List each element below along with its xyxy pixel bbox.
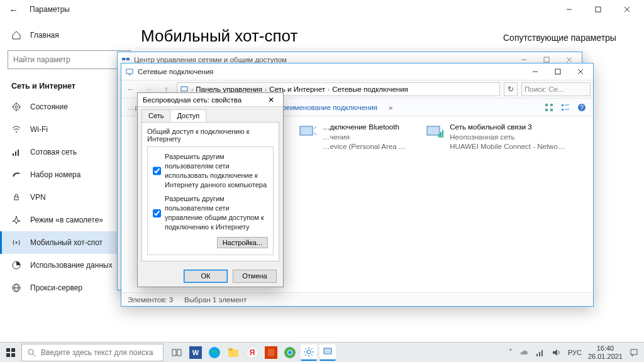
task-view-icon[interactable]: [169, 344, 185, 361]
connection-item[interactable]: Сеть мобильной связи 3 Неопознанная сеть…: [425, 123, 565, 290]
group-title: Общий доступ к подключению к Интернету: [147, 128, 274, 143]
nc-search[interactable]: Поиск: Се...: [521, 82, 591, 96]
tray-notifications-icon[interactable]: [629, 348, 639, 358]
svg-rect-26: [544, 57, 549, 62]
prop-titlebar: Беспроводная сеть: свойства ✕: [138, 93, 283, 107]
cellular-conn-icon: [425, 123, 445, 143]
svg-rect-32: [555, 69, 560, 74]
svg-rect-74: [539, 352, 540, 356]
svg-rect-16: [14, 197, 18, 200]
settings-title: Параметры: [30, 5, 70, 14]
svg-rect-42: [562, 109, 564, 111]
svg-text:W: W: [192, 349, 199, 356]
app-explorer-icon[interactable]: [225, 344, 242, 361]
svg-rect-58: [177, 349, 181, 356]
taskbar-search[interactable]: Введите здесь текст для поиска: [21, 344, 164, 361]
svg-rect-50: [442, 130, 443, 138]
connection-item[interactable]: …дключение Bluetooth …чения …evice (Pers…: [297, 123, 406, 290]
hotspot-icon: [11, 238, 21, 248]
svg-rect-39: [550, 109, 553, 111]
app-edge-icon[interactable]: [206, 344, 223, 361]
prop-page: Общий доступ к подключению к Интернету Р…: [142, 122, 279, 261]
group-box: Разрешить другим пользователям сети испо…: [147, 146, 274, 255]
svg-point-6: [13, 104, 19, 110]
minimize-button[interactable]: [555, 0, 584, 19]
app-control-panel-icon[interactable]: [319, 344, 336, 361]
svg-rect-54: [11, 353, 15, 357]
svg-rect-23: [126, 58, 130, 60]
nc-minimize[interactable]: [524, 65, 547, 79]
svg-rect-40: [562, 104, 564, 106]
close-button[interactable]: [613, 0, 641, 19]
search-input[interactable]: [8, 50, 131, 69]
cancel-button[interactable]: Отмена: [233, 270, 277, 283]
svg-rect-57: [172, 349, 176, 356]
nc-close[interactable]: [569, 65, 592, 79]
nc-title: Сетевые подключения: [138, 68, 214, 75]
checkbox-allow-control[interactable]: Разрешить другим пользователям сети упра…: [153, 194, 268, 231]
sidebar-home[interactable]: Главная: [0, 24, 138, 47]
app-word-icon[interactable]: W: [187, 344, 204, 361]
tool-rename[interactable]: Переименование подключения: [273, 104, 377, 111]
tray-chevron-icon[interactable]: ˄: [509, 348, 513, 356]
tray-network-icon[interactable]: [535, 348, 545, 358]
svg-text:?: ?: [580, 104, 584, 111]
prop-close[interactable]: ✕: [262, 96, 280, 104]
tray-volume-icon[interactable]: [552, 348, 562, 358]
svg-rect-46: [300, 126, 313, 135]
vpn-icon: [11, 192, 21, 202]
related-title: Сопутствующие параметры: [503, 33, 629, 43]
nc-maximize[interactable]: [547, 65, 569, 79]
system-tray: ˄ РУС 16:40 26.01.2021: [504, 344, 644, 359]
ok-button[interactable]: ОК: [184, 270, 228, 283]
svg-point-55: [28, 349, 33, 354]
prop-title: Беспроводная сеть: свойства: [143, 96, 242, 104]
airplane-icon: [11, 215, 21, 225]
view-details-icon[interactable]: [560, 102, 570, 112]
tab-network[interactable]: Сеть: [142, 109, 170, 122]
svg-rect-63: [228, 348, 233, 351]
tray-lang[interactable]: РУС: [568, 349, 582, 356]
svg-point-71: [307, 350, 311, 354]
help-icon[interactable]: ?: [577, 102, 587, 112]
dialup-icon: [11, 170, 21, 180]
svg-rect-47: [427, 126, 440, 135]
svg-rect-38: [545, 109, 548, 111]
nc-titlebar: Сетевые подключения: [121, 63, 593, 80]
bluetooth-icon: [297, 123, 318, 143]
datausage-icon: [11, 260, 21, 270]
svg-rect-22: [122, 58, 125, 60]
svg-rect-15: [18, 150, 19, 156]
app-yandex-icon[interactable]: Я: [244, 344, 260, 361]
search-icon: [27, 348, 36, 357]
nav-back[interactable]: ←: [124, 82, 138, 96]
maximize-button[interactable]: [584, 0, 613, 19]
checkbox-allow-share[interactable]: Разрешить другим пользователям сети испо…: [153, 152, 268, 189]
nav-refresh[interactable]: ↻: [504, 82, 518, 96]
settings-button[interactable]: Настройка...: [217, 237, 268, 248]
svg-point-70: [288, 351, 292, 354]
sidebar-home-label: Главная: [30, 31, 59, 40]
app-office-icon[interactable]: [263, 344, 279, 361]
sidebar-search[interactable]: [8, 50, 131, 69]
tab-sharing[interactable]: Доступ: [170, 109, 206, 122]
status-count: Элементов: 3: [128, 296, 173, 304]
status-icon: [11, 102, 21, 112]
tray-clock[interactable]: 16:40 26.01.2021: [588, 344, 623, 359]
start-button[interactable]: [0, 343, 21, 363]
view-icons-icon[interactable]: [544, 102, 554, 112]
properties-dialog[interactable]: Беспроводная сеть: свойства ✕ Сеть Досту…: [137, 92, 284, 287]
nc-statusbar: Элементов: 3 Выбран 1 элемент: [121, 292, 593, 306]
app-settings-icon[interactable]: [301, 344, 317, 361]
tool-overflow[interactable]: »: [389, 104, 392, 111]
tray-onedrive-icon[interactable]: [519, 348, 529, 358]
svg-rect-29: [126, 69, 133, 74]
prop-actions: ОК Отмена: [138, 265, 283, 287]
svg-rect-14: [15, 151, 16, 156]
taskbar-apps: W Я: [164, 344, 341, 361]
svg-rect-35: [181, 87, 187, 91]
back-icon[interactable]: ←: [9, 4, 18, 15]
app-chrome-icon[interactable]: [282, 344, 298, 361]
svg-text:Я: Я: [250, 348, 255, 357]
cellular-icon: [11, 147, 21, 157]
